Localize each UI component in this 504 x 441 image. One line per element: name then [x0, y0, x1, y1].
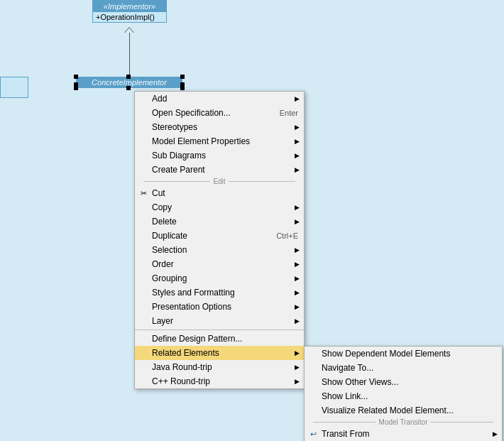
- menu-item-grouping[interactable]: Grouping: [135, 271, 304, 285]
- connector-line: [129, 30, 131, 80]
- arrow-head-inner: [125, 28, 133, 33]
- menu-item-copy[interactable]: Copy: [135, 200, 304, 214]
- cut-icon: ✂: [138, 188, 148, 198]
- submenu-show-other-views[interactable]: Show Other Views...: [305, 375, 502, 389]
- menu-item-cpp-roundtrip[interactable]: C++ Round-trip: [135, 374, 304, 388]
- implementor-box: «Implementor» +OperationImpl(): [92, 0, 167, 23]
- menu-item-styles[interactable]: Styles and Formatting: [135, 285, 304, 300]
- copy-label: Copy: [152, 202, 172, 212]
- grouping-label: Grouping: [152, 273, 187, 283]
- section-edit: Edit: [135, 177, 304, 186]
- model-props-label: Model Element Properties: [152, 136, 250, 146]
- menu-item-create-parent[interactable]: Create Parent: [135, 163, 304, 177]
- selection-label: Selection: [152, 245, 187, 255]
- menu-item-cut[interactable]: ✂ Cut: [135, 186, 304, 200]
- menu-item-related-elements[interactable]: Related Elements: [135, 346, 304, 360]
- menu-item-add[interactable]: Add: [135, 92, 304, 106]
- show-other-views-label: Show Other Views...: [322, 377, 399, 387]
- submenu-visualize[interactable]: Visualize Related Model Element...: [305, 403, 502, 418]
- implementor-method: +OperationImpl(): [93, 12, 166, 22]
- menu-item-presentation[interactable]: Presentation Options: [135, 300, 304, 314]
- selection-handle: [180, 75, 185, 79]
- sub-diagrams-label: Sub Diagrams: [152, 151, 206, 160]
- order-label: Order: [152, 259, 174, 269]
- menu-item-define-design[interactable]: Define Design Pattern...: [135, 332, 304, 346]
- menu-item-open-spec[interactable]: Open Specification... Enter: [135, 106, 304, 120]
- concrete-implementor-box: ConcreteImplementor: [76, 77, 182, 88]
- transit-from-label: Transit From: [322, 429, 370, 439]
- selection-handle: [180, 82, 185, 87]
- java-roundtrip-label: Java Round-trip: [152, 362, 212, 372]
- cut-label: Cut: [152, 188, 165, 198]
- implementor-title: «Implementor»: [93, 1, 166, 12]
- cpp-roundtrip-label: C++ Round-trip: [152, 376, 210, 386]
- selection-handle: [126, 75, 131, 79]
- menu-item-selection[interactable]: Selection: [135, 243, 304, 257]
- menu-item-model-props[interactable]: Model Element Properties: [135, 134, 304, 148]
- layer-label: Layer: [152, 316, 173, 326]
- menu-item-java-roundtrip[interactable]: Java Round-trip: [135, 360, 304, 374]
- show-dependent-label: Show Dependent Model Elements: [322, 349, 450, 359]
- delete-label: Delete: [152, 217, 177, 227]
- menu-item-stereotypes[interactable]: Stereotypes: [135, 120, 304, 134]
- submenu-show-link[interactable]: Show Link...: [305, 389, 502, 403]
- menu-item-sub-diagrams[interactable]: Sub Diagrams: [135, 148, 304, 163]
- menu-item-order[interactable]: Order: [135, 257, 304, 271]
- presentation-label: Presentation Options: [152, 302, 231, 312]
- menu-item-duplicate[interactable]: Duplicate Ctrl+E: [135, 229, 304, 243]
- navigate-to-label: Navigate To...: [322, 363, 373, 373]
- open-spec-label: Open Specification...: [152, 108, 231, 118]
- duplicate-shortcut: Ctrl+E: [262, 232, 298, 240]
- define-design-label: Define Design Pattern...: [152, 334, 242, 344]
- create-parent-label: Create Parent: [152, 165, 205, 175]
- stereotypes-label: Stereotypes: [152, 122, 197, 132]
- submenu-transit-from[interactable]: ↩ Transit From: [305, 427, 502, 441]
- related-elements-wrapper: Related Elements Show Dependent Model El…: [135, 346, 304, 360]
- section-model-transitor: Model Transitor: [305, 418, 502, 427]
- show-link-label: Show Link...: [322, 391, 368, 401]
- submenu-navigate-to[interactable]: Navigate To...: [305, 361, 502, 375]
- left-panel: [0, 77, 28, 98]
- menu-item-delete[interactable]: Delete: [135, 214, 304, 229]
- submenu-show-dependent[interactable]: Show Dependent Model Elements: [305, 347, 502, 361]
- context-menu: Add Open Specification... Enter Stereoty…: [134, 91, 305, 389]
- selection-handle: [74, 75, 78, 79]
- separator-design: [135, 330, 304, 330]
- transit-from-icon: ↩: [308, 429, 318, 439]
- add-label: Add: [152, 94, 167, 104]
- related-elements-label: Related Elements: [152, 348, 219, 358]
- duplicate-label: Duplicate: [152, 231, 187, 241]
- selection-handle: [126, 86, 131, 90]
- selection-handle: [74, 82, 78, 87]
- visualize-label: Visualize Related Model Element...: [322, 405, 454, 415]
- open-spec-shortcut: Enter: [265, 109, 298, 117]
- styles-label: Styles and Formatting: [152, 288, 235, 298]
- menu-item-layer[interactable]: Layer: [135, 314, 304, 328]
- related-elements-submenu: Show Dependent Model Elements Navigate T…: [304, 346, 503, 441]
